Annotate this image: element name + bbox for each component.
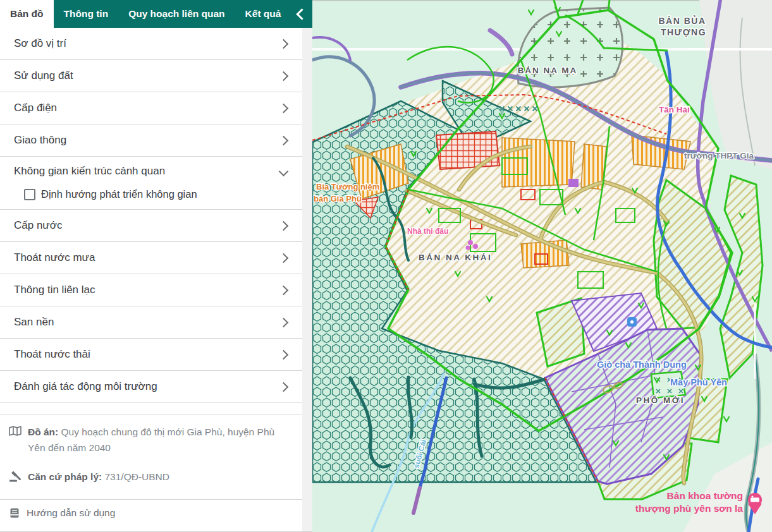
legal-text: Căn cứ pháp lý: 731/QĐ-UBND [28,469,169,487]
layer-toggle-label: Định hướng phát triển không gian [41,188,197,200]
layer-toggle-dinh-huong[interactable]: Định hướng phát triển không gian [0,186,302,203]
planning-map-canvas: BẢN BỦA THƯỢNG BẢN NA MẠ Tân Hải trường … [312,0,772,532]
menu-item-giao-thong[interactable]: Giao thông [0,124,302,157]
project-row: Đồ án: Quy hoạch chung đô thị mới Gia Ph… [0,414,302,459]
legal-row: Căn cứ pháp lý: 731/QĐ-UBND [0,459,302,490]
topbar: Bản đồ Thông tin Quy hoạch liên quan Kết… [0,0,312,28]
project-value: Quy hoạch chung đô thị mới Gia Phù, huyệ… [28,426,274,453]
chevron-right-icon [279,103,289,113]
menu-item-khong-gian-kien-truc[interactable]: Không gian kiến trúc cảnh quan [0,157,302,186]
chevron-right-icon [279,349,289,360]
sidebar: Sơ đồ vị trí Sử dụng đất Cấp điện Giao t… [0,28,312,532]
tab-ban-do[interactable]: Bản đồ [0,0,54,28]
chevron-down-icon [279,166,289,176]
menu-item-cap-nuoc[interactable]: Cấp nước [0,210,302,242]
menu-group-khong-gian: Không gian kiến trúc cảnh quan Định hướn… [0,157,302,210]
menu-item-su-dung-dat[interactable]: Sử dụng đất [0,60,302,92]
menu-item-label: Giao thông [14,134,280,147]
chevron-right-icon [279,253,289,263]
chevron-right-icon [279,285,289,295]
project-label: Đồ án: [28,426,58,437]
svg-text:bản Gia Phù: bản Gia Phù [314,194,362,203]
svg-text:thượng phù yên sơn la: thượng phù yên sơn la [635,503,744,514]
user-guide-link[interactable]: Hướng dẫn sử dụng [0,499,302,526]
menu-item-label: Thoát nước mưa [14,251,280,264]
label-tan-hai: Tân Hải [659,105,690,114]
menu-item-label: Cấp điện [14,102,280,114]
menu-item-label: Cấp nước [14,219,280,232]
menu-item-danh-gia-tac-dong[interactable]: Đánh giá tác động môi trường [0,371,302,403]
label-gio-cha: Giò chả Thành Dung [597,360,687,370]
sidebar-collapse-button[interactable] [291,0,312,28]
label-ban-bua-thuong: BẢN BỦA [658,15,706,26]
menu-item-label: Thông tin liên lạc [14,284,280,296]
menu-item-thoat-nuoc-thai[interactable]: Thoát nước thải [0,339,302,371]
map-viewport[interactable]: BẢN BỦA THƯỢNG BẢN NA MẠ Tân Hải trường … [312,0,772,532]
map-poi-icon[interactable] [627,317,637,327]
label-ban-na-ma: BẢN NA MẠ [518,66,578,75]
guide-label: Hướng dẫn sử dụng [27,507,115,519]
menu-item-label: San nền [14,316,280,329]
chevron-right-icon [279,317,289,327]
tab-ket-qua[interactable]: Kết quả [235,0,291,28]
chevron-right-icon [279,71,289,81]
book-icon [9,507,20,519]
chevron-right-icon [279,382,289,392]
gavel-icon [9,470,21,487]
checkbox-unchecked[interactable] [24,189,35,200]
project-text: Đồ án: Quy hoạch chung đô thị mới Gia Ph… [28,424,291,456]
chevron-right-icon [279,221,289,231]
chevron-left-icon [296,8,307,20]
label-ban-na-khai: BẢN NA KHÁI [419,253,492,262]
label-may-phu-yen: May Phù Yên [670,377,727,387]
legal-label: Căn cứ pháp lý: [28,471,102,482]
sidebar-scrollbar[interactable] [302,28,312,531]
layer-menu: Sơ đồ vị trí Sử dụng đất Cấp điện Giao t… [0,28,302,403]
menu-item-cap-dien[interactable]: Cấp điện [0,92,302,124]
tab-quy-hoach-lien-quan[interactable]: Quy hoạch liên quan [118,0,235,28]
planning-gis-app: Bản đồ Thông tin Quy hoạch liên quan Kết… [0,0,772,532]
label-thpt: trường THPT Gia [684,151,754,160]
menu-item-thoat-nuoc-mua[interactable]: Thoát nước mưa [0,242,302,274]
project-meta: Đồ án: Quy hoạch chung đô thị mới Gia Ph… [0,414,302,526]
chevron-right-icon [279,39,289,49]
menu-item-san-nen[interactable]: San nền [0,306,302,339]
label-hotel: Bản khoa tường [667,490,743,501]
menu-item-so-do-vi-tri[interactable]: Sơ đồ vị trí [0,28,302,60]
menu-item-label: Thoát nước thải [14,348,280,361]
menu-item-label: Đánh giá tác động môi trường [14,380,280,393]
map-icon [9,425,21,456]
menu-item-label: Sơ đồ vị trí [14,37,280,50]
menu-item-thong-tin-lien-lac[interactable]: Thông tin liên lạc [0,274,302,306]
menu-item-label: Sử dụng đất [14,70,280,82]
menu-item-label: Không gian kiến trúc cảnh quan [14,165,280,178]
svg-text:THƯỢNG: THƯỢNG [661,27,706,37]
tab-thong-tin[interactable]: Thông tin [54,0,119,28]
label-memorial: Bia Tưởng niệm [316,182,379,191]
label-nha-thi-dau: Nhà thi đấu [407,227,448,236]
legal-value: 731/QĐ-UBND [104,471,169,482]
chevron-right-icon [279,135,289,145]
label-pho-moi: PHỐ MỚI [636,396,685,405]
